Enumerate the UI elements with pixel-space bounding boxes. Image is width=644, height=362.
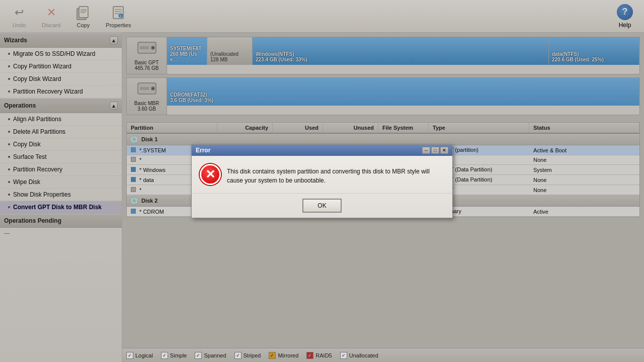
modal-ok-button[interactable]: OK [302,199,341,213]
modal-overlay: Error ─ □ ✕ ✕ This disk contains system … [0,0,644,362]
modal-footer: OK [192,193,452,218]
error-dialog: Error ─ □ ✕ ✕ This disk contains system … [191,144,453,218]
modal-minimize-btn[interactable]: ─ [422,147,430,154]
modal-titlebar: Error ─ □ ✕ [192,145,452,156]
modal-maximize-btn[interactable]: □ [431,147,439,154]
modal-error-icon: ✕ [200,164,221,185]
modal-message: This disk contains system partition and … [227,164,444,185]
modal-titlebar-buttons: ─ □ ✕ [422,147,448,154]
modal-close-btn[interactable]: ✕ [440,147,448,154]
modal-title: Error [196,147,210,154]
modal-body: ✕ This disk contains system partition an… [192,156,452,193]
